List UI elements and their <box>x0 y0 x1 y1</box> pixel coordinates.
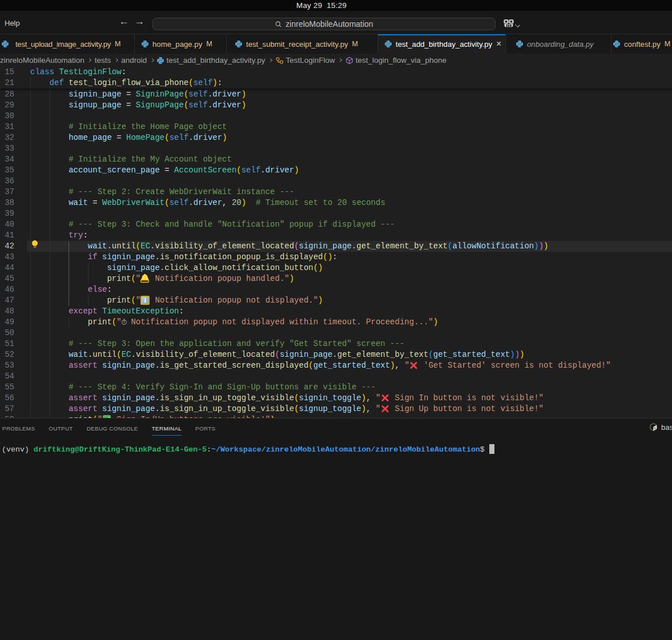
svg-text:$: $ <box>654 427 655 430</box>
